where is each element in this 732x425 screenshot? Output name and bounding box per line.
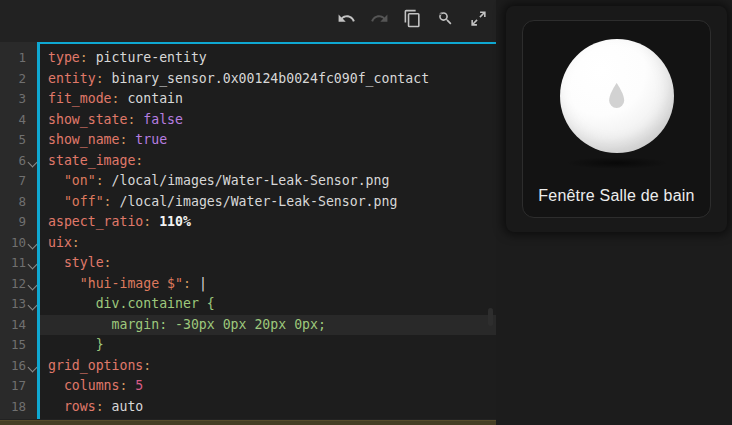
code-lines: type: picture-entityentity: binary_senso… [40, 48, 496, 417]
undo-button[interactable] [336, 8, 356, 28]
gutter-line: 7 [0, 171, 37, 192]
search-button[interactable] [435, 8, 455, 28]
code-line[interactable]: state_image: [40, 151, 496, 172]
gutter: 123456789101112131415161718 [0, 42, 37, 419]
gutter-line: 9 [0, 212, 37, 233]
gutter-line[interactable]: 11 [0, 253, 37, 274]
code-line[interactable]: columns: 5 [40, 376, 496, 397]
gutter-line: 2 [0, 69, 37, 90]
entity-name-label: Fenêtre Salle de bain [523, 187, 710, 205]
fold-chevron-icon[interactable] [28, 260, 37, 270]
gutter-line[interactable]: 13 [0, 294, 37, 315]
fold-chevron-icon[interactable] [28, 301, 37, 311]
gutter-line[interactable]: 16 [0, 356, 37, 377]
editor-toolbar [0, 0, 496, 42]
water-drop-icon [608, 83, 625, 110]
code-line[interactable]: show_state: false [40, 110, 496, 131]
gutter-line[interactable]: 12 [0, 274, 37, 295]
copy-icon [403, 9, 422, 28]
vertical-scrollbar-thumb[interactable] [488, 308, 493, 326]
gutter-line: 17 [0, 376, 37, 397]
gutter-line: 15 [0, 335, 37, 356]
gutter-line: 8 [0, 192, 37, 213]
water-leak-sensor-image [560, 39, 674, 153]
gutter-line: 1 [0, 48, 37, 69]
code-line[interactable]: fit_mode: contain [40, 89, 496, 110]
gutter-line: 18 [0, 397, 37, 418]
undo-icon [337, 9, 356, 28]
fold-chevron-icon[interactable] [28, 239, 37, 249]
yaml-editor-panel: 123456789101112131415161718 type: pictur… [0, 0, 496, 425]
code-line[interactable]: entity: binary_sensor.0x00124b0024fc090f… [40, 69, 496, 90]
fullscreen-button[interactable] [468, 8, 488, 28]
code-line[interactable]: "on": /local/images/Water-Leak-Sensor.pn… [40, 171, 496, 192]
code-line[interactable]: } [40, 335, 496, 356]
code-line[interactable]: aspect_ratio: 110% [40, 212, 496, 233]
sensor-shadow [565, 157, 669, 169]
gutter-line: 5 [0, 130, 37, 151]
gutter-line[interactable]: 6 [0, 151, 37, 172]
code-line[interactable]: margin: -30px 0px 20px 0px; [40, 315, 496, 336]
gutter-line[interactable]: 10 [0, 233, 37, 254]
code-line[interactable]: div.container { [40, 294, 496, 315]
code-line[interactable]: "off": /local/images/Water-Leak-Sensor.p… [40, 192, 496, 213]
preview-container: Fenêtre Salle de bain [506, 6, 727, 232]
code-line[interactable]: uix: [40, 233, 496, 254]
redo-icon [370, 9, 389, 28]
card-editor-dialog: 123456789101112131415161718 type: pictur… [0, 0, 732, 425]
fold-chevron-icon[interactable] [28, 157, 37, 167]
card-preview-panel: Fenêtre Salle de bain [496, 0, 732, 425]
code-line[interactable]: "hui-image $": | [40, 274, 496, 295]
code-line[interactable]: show_name: true [40, 130, 496, 151]
redo-button[interactable] [369, 8, 389, 28]
fold-chevron-icon[interactable] [28, 362, 37, 372]
code-area[interactable]: type: picture-entityentity: binary_senso… [37, 42, 496, 419]
picture-entity-card[interactable]: Fenêtre Salle de bain [522, 20, 711, 218]
horizontal-scrollbar[interactable] [0, 420, 496, 425]
search-icon [436, 9, 455, 28]
gutter-line: 4 [0, 110, 37, 131]
copy-button[interactable] [402, 8, 422, 28]
fold-chevron-icon[interactable] [28, 280, 37, 290]
sensor-sphere [560, 39, 674, 153]
code-line[interactable]: style: [40, 253, 496, 274]
fullscreen-expand-icon [469, 9, 488, 28]
code-line[interactable]: rows: auto [40, 397, 496, 418]
code-line[interactable]: grid_options: [40, 356, 496, 377]
gutter-line: 14 [0, 315, 37, 336]
gutter-line: 3 [0, 89, 37, 110]
code-line[interactable]: type: picture-entity [40, 48, 496, 69]
